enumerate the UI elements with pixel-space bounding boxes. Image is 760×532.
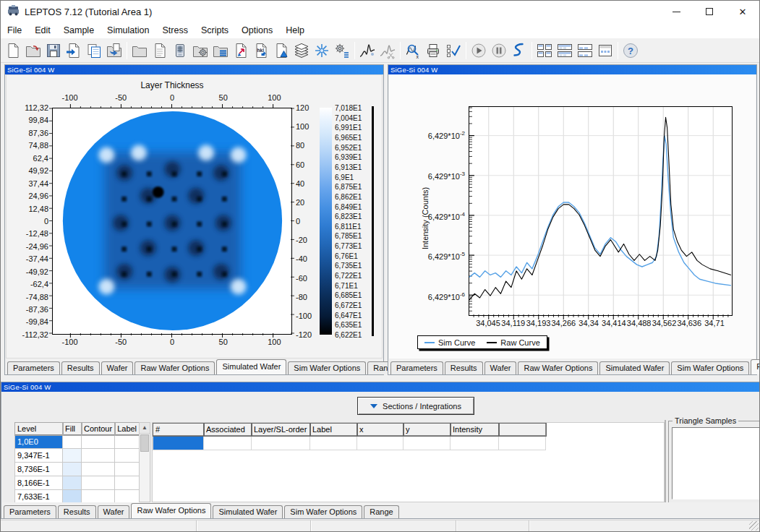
tab-results[interactable]: Results bbox=[61, 361, 100, 374]
tab-range[interactable]: Range bbox=[751, 359, 760, 374]
label-cell[interactable] bbox=[115, 449, 141, 463]
tab-simulated-wafer[interactable]: Simulated Wafer bbox=[599, 361, 670, 374]
menu-item-scripts[interactable]: Scripts bbox=[195, 22, 235, 38]
triangle-samples-list[interactable] bbox=[672, 427, 759, 499]
menu-item-file[interactable]: File bbox=[1, 22, 28, 38]
tile-windows-icon[interactable] bbox=[534, 40, 555, 61]
tab-parameters[interactable]: Parameters bbox=[4, 505, 56, 518]
points-cell[interactable] bbox=[499, 436, 546, 450]
label-cell[interactable] bbox=[115, 463, 141, 476]
menu-item-stress[interactable]: Stress bbox=[155, 22, 194, 38]
close-button[interactable]: ✕ bbox=[726, 1, 759, 22]
fill-cell[interactable] bbox=[63, 463, 82, 476]
sample-holder-icon[interactable] bbox=[170, 40, 190, 61]
level-table-header-label[interactable]: Label bbox=[115, 423, 141, 435]
resize-grip[interactable] bbox=[749, 521, 759, 531]
export-file-icon[interactable] bbox=[104, 40, 124, 61]
table-row[interactable] bbox=[153, 436, 546, 450]
intensity-plot[interactable] bbox=[469, 106, 733, 316]
simulation-document-icon[interactable] bbox=[271, 40, 291, 61]
level-cell[interactable]: 1,0E0 bbox=[15, 435, 63, 449]
points-cell[interactable] bbox=[252, 436, 310, 450]
level-cell[interactable]: 8,736E-1 bbox=[15, 463, 63, 476]
contour-cell[interactable] bbox=[82, 476, 115, 490]
material-settings-icon[interactable] bbox=[190, 40, 210, 61]
table-row[interactable]: 8,166E-1 bbox=[15, 476, 141, 490]
pause-script-icon[interactable] bbox=[489, 40, 509, 61]
scrollbar-thumb[interactable] bbox=[140, 434, 149, 452]
wafer-map-plot[interactable] bbox=[52, 108, 292, 335]
contour-cell[interactable] bbox=[82, 435, 115, 449]
tab-sim-wafer-options[interactable]: Sim Wafer Options bbox=[284, 505, 362, 518]
hkl-export-icon[interactable]: hkl bbox=[251, 40, 271, 61]
label-cell[interactable] bbox=[115, 476, 141, 490]
points-cell[interactable] bbox=[357, 436, 404, 450]
menu-item-help[interactable]: Help bbox=[279, 22, 311, 38]
menu-item-options[interactable]: Options bbox=[235, 22, 279, 38]
tab-parameters[interactable]: Parameters bbox=[7, 361, 60, 374]
table-row[interactable]: 1,0E0 bbox=[15, 435, 141, 449]
points-cell[interactable] bbox=[204, 436, 252, 450]
fit-curve-icon[interactable] bbox=[357, 40, 377, 61]
level-table-header-level[interactable]: Level bbox=[15, 423, 63, 435]
tab-wafer[interactable]: Wafer bbox=[101, 361, 134, 374]
level-cell[interactable]: 7,633E-1 bbox=[15, 490, 63, 503]
level-cell[interactable]: 9,347E-1 bbox=[15, 449, 63, 463]
open-file-icon[interactable] bbox=[23, 40, 43, 61]
points-cell[interactable] bbox=[310, 436, 357, 450]
maximize-button[interactable] bbox=[693, 1, 726, 22]
menu-item-sample[interactable]: Sample bbox=[57, 22, 101, 38]
scroll-up-icon[interactable]: ▲ bbox=[140, 423, 150, 434]
parameters-gear-icon[interactable] bbox=[332, 40, 352, 61]
help-icon[interactable]: ? bbox=[620, 40, 641, 61]
tile-vertical-icon[interactable] bbox=[575, 40, 595, 61]
level-table-header-fill[interactable]: Fill bbox=[63, 423, 82, 435]
menu-item-simulation[interactable]: Simulation bbox=[101, 22, 155, 38]
points-table-header-x[interactable]: x bbox=[357, 424, 404, 436]
contour-cell[interactable] bbox=[82, 463, 115, 476]
level-cell[interactable]: 8,166E-1 bbox=[15, 476, 63, 490]
points-table-header-y[interactable]: y bbox=[404, 424, 451, 436]
import-document-icon[interactable] bbox=[64, 40, 84, 61]
document-icon[interactable] bbox=[150, 40, 170, 61]
fill-cell[interactable] bbox=[63, 476, 82, 490]
level-table-header-contour[interactable]: Contour bbox=[82, 423, 115, 435]
tab-simulated-wafer[interactable]: Simulated Wafer bbox=[213, 505, 283, 518]
points-table-header-blank[interactable] bbox=[499, 424, 546, 436]
tab-raw-wafer-options[interactable]: Raw Wafer Options bbox=[131, 503, 211, 518]
new-document-icon[interactable] bbox=[3, 40, 23, 61]
tab-results[interactable]: Results bbox=[445, 361, 483, 374]
points-cell[interactable] bbox=[404, 436, 451, 450]
check-options-icon[interactable] bbox=[443, 40, 464, 61]
tab-raw-wafer-options[interactable]: Raw Wafer Options bbox=[135, 361, 215, 374]
wafer-window-titlebar[interactable]: SiGe-Si 004 W bbox=[5, 65, 383, 74]
tab-simulated-wafer[interactable]: Simulated Wafer bbox=[216, 359, 286, 374]
menu-item-edit[interactable]: Edit bbox=[28, 22, 57, 38]
arrange-window-icon[interactable] bbox=[595, 40, 615, 61]
contour-cell[interactable] bbox=[82, 449, 115, 463]
tab-sim-wafer-options[interactable]: Sim Wafer Options bbox=[288, 361, 366, 374]
save-file-icon[interactable] bbox=[43, 40, 64, 61]
script-editor-icon[interactable] bbox=[509, 40, 529, 61]
points-table-header-layer-sl-order[interactable]: Layer/SL-order bbox=[252, 424, 310, 436]
level-table-scrollbar[interactable]: ▲ bbox=[139, 422, 150, 502]
tab-results[interactable]: Results bbox=[58, 505, 96, 518]
table-row[interactable]: 7,633E-1 bbox=[15, 490, 141, 503]
folder-icon[interactable] bbox=[129, 40, 150, 61]
tab-parameters[interactable]: Parameters bbox=[390, 361, 443, 374]
points-table-header-intensity[interactable]: Intensity bbox=[451, 424, 499, 436]
tab-wafer[interactable]: Wafer bbox=[98, 505, 130, 518]
minimize-button[interactable] bbox=[659, 1, 693, 22]
tile-horizontal-icon[interactable] bbox=[555, 40, 575, 61]
tab-sim-wafer-options[interactable]: Sim Wafer Options bbox=[671, 361, 749, 374]
fill-cell[interactable] bbox=[63, 449, 82, 463]
contour-cell[interactable] bbox=[82, 490, 115, 503]
convolution-star-icon[interactable] bbox=[312, 40, 332, 61]
points-cell[interactable] bbox=[451, 436, 499, 450]
points-cell[interactable] bbox=[153, 436, 204, 450]
table-row[interactable]: 8,736E-1 bbox=[15, 463, 141, 476]
table-row[interactable]: 9,347E-1 bbox=[15, 449, 141, 463]
run-script-icon[interactable] bbox=[469, 40, 489, 61]
export-script-icon[interactable] bbox=[231, 40, 251, 61]
points-table-header-associated[interactable]: Associated bbox=[204, 424, 252, 436]
